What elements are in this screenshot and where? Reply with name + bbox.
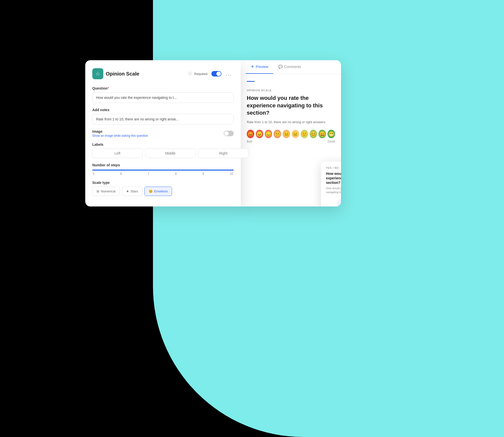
emotions-icon: 😊 (149, 189, 153, 193)
emoji-3[interactable]: 😞 (265, 130, 272, 138)
scale-type-label: Scale type (92, 181, 234, 185)
notes-section: Add notes (92, 108, 234, 124)
question-section: Question* (92, 86, 234, 103)
yes-button[interactable]: ✓ Yes (337, 198, 341, 206)
scale-emotions-option[interactable]: 😊 Emotions (144, 187, 172, 196)
emoji-6[interactable]: 😐 (292, 130, 299, 138)
required-label: Required (194, 72, 208, 76)
steps-slider-track (92, 170, 234, 171)
image-label-group: Image Show an image while asking this qu… (92, 129, 148, 137)
editor-header: ☆ Opinion Scale ⓘ Required ... (92, 68, 234, 79)
scale-numerical-option[interactable]: ⊞ Numerical (92, 187, 120, 196)
preview-question: How would you rate the experience naviga… (247, 94, 335, 117)
info-icon[interactable]: ⓘ (188, 71, 192, 76)
emoji-scale: 😡 😠 😞 😕 😐 😐 🙂 😊 😄 😁 (247, 130, 335, 138)
preview-notes: Rate from 1 to 10, there are no wrong or… (247, 120, 335, 125)
popup-buttons: ✓ Yes ✕ No (326, 198, 341, 206)
numerical-icon: ⊞ (97, 189, 99, 193)
popup-tag: YES / NO (326, 167, 341, 169)
labels-section: Labels (92, 142, 234, 158)
required-star: * (108, 86, 109, 90)
required-toggle[interactable] (211, 71, 221, 77)
image-toggle[interactable] (224, 131, 234, 136)
label-right-input[interactable] (198, 149, 248, 158)
labels-label: Labels (92, 142, 234, 147)
emoji-7[interactable]: 🙂 (301, 130, 308, 138)
opinion-scale-icon-badge: ☆ (92, 68, 103, 79)
steps-label: Number of steps (92, 163, 234, 167)
question-label: Question* (92, 86, 234, 90)
slider-numbers: 5 6 7 8 9 10 (92, 172, 234, 176)
emoji-2[interactable]: 😠 (256, 130, 263, 138)
tab-comments[interactable]: 💬 Comments (273, 60, 306, 74)
scale-good-label: Good (328, 140, 335, 143)
popup-question: How would you rate the experience naviga… (326, 171, 341, 185)
scale-stars-option[interactable]: ★ Stars (122, 187, 142, 196)
emoji-4[interactable]: 😕 (274, 130, 281, 138)
preview-panel: 👁 Preview 💬 Comments OPINION SCALE How w… (241, 60, 341, 206)
image-title: Image (92, 129, 148, 133)
label-middle-input[interactable] (145, 149, 196, 158)
question-input[interactable] (92, 92, 234, 103)
comment-icon: 💬 (278, 65, 283, 69)
popup-sub: How would you rate the experience naviga… (326, 186, 341, 194)
emoji-1[interactable]: 😡 (247, 130, 254, 138)
preview-tabs: 👁 Preview 💬 Comments (241, 60, 341, 74)
scale-labels: Bad Good (247, 140, 335, 143)
preview-content: OPINION SCALE How would you rate the exp… (241, 74, 341, 150)
yes-no-popup: YES / NO How would you rate the experien… (321, 162, 341, 206)
labels-grid (92, 149, 234, 158)
editor-title: Opinion Scale (106, 71, 185, 77)
main-container: ☆ Opinion Scale ⓘ Required ... Question*… (85, 60, 341, 206)
eye-icon: 👁 (251, 65, 254, 69)
yes-circle: ✓ (337, 198, 341, 206)
image-header: Image Show an image while asking this qu… (92, 129, 234, 137)
emoji-10[interactable]: 😁 (327, 130, 335, 138)
image-section: Image Show an image while asking this qu… (92, 129, 234, 137)
label-left-input[interactable] (92, 149, 143, 158)
accent-line (247, 81, 255, 82)
star-icon: ☆ (96, 71, 100, 77)
emoji-9[interactable]: 😄 (318, 130, 326, 138)
preview-tag: OPINION SCALE (247, 89, 335, 92)
steps-section: Number of steps 5 6 7 8 9 10 (92, 163, 234, 176)
more-options-button[interactable]: ... (224, 70, 234, 78)
scale-bad-label: Bad (247, 140, 252, 143)
scale-options: ⊞ Numerical ★ Stars 😊 Emotions (92, 187, 234, 196)
stars-icon: ★ (126, 189, 129, 193)
notes-label: Add notes (92, 108, 234, 112)
notes-input[interactable] (92, 114, 234, 124)
editor-panel: ☆ Opinion Scale ⓘ Required ... Question*… (85, 60, 241, 206)
scale-type-section: Scale type ⊞ Numerical ★ Stars 😊 Emotion… (92, 181, 234, 196)
emoji-5[interactable]: 😐 (283, 130, 290, 138)
image-subtitle: Show an image while asking this question (92, 134, 148, 137)
emoji-8[interactable]: 😊 (310, 130, 317, 138)
tab-preview[interactable]: 👁 Preview (246, 60, 273, 74)
